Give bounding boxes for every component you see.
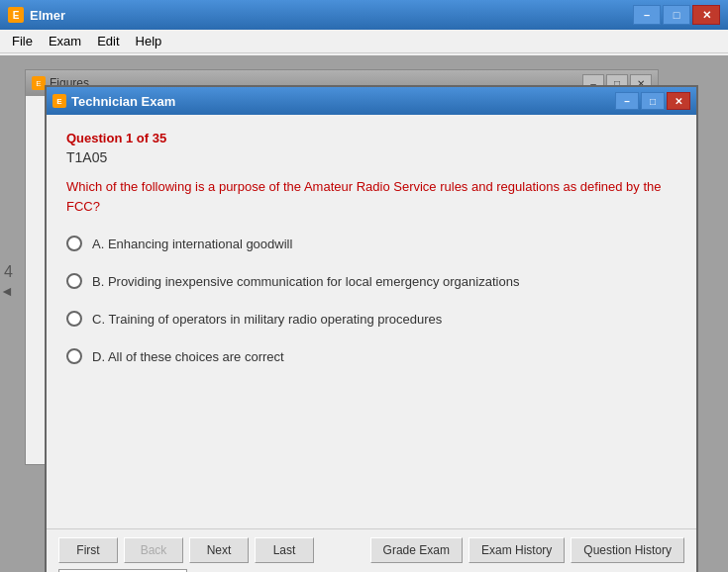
maximize-button[interactable]: □ (663, 5, 690, 25)
side-arrow: ◄ (0, 283, 14, 299)
radio-b[interactable] (66, 273, 82, 289)
main-window-controls: – □ ✕ (633, 5, 720, 25)
radio-c[interactable] (66, 311, 82, 327)
next-button[interactable]: Next (189, 537, 249, 563)
radio-d[interactable] (66, 348, 82, 364)
menu-edit[interactable]: Edit (89, 32, 127, 50)
main-app-icon: E (8, 7, 24, 23)
main-window-title: Elmer (30, 8, 633, 23)
minimize-button[interactable]: – (633, 5, 661, 25)
question-id: T1A05 (66, 149, 676, 165)
side-number: 4 (4, 263, 13, 281)
exam-minimize[interactable]: – (615, 92, 639, 110)
answer-text-c: C. Training of operators in military rad… (92, 312, 442, 327)
main-title-bar: E Elmer – □ ✕ (0, 0, 728, 30)
exam-controls: – □ ✕ (615, 92, 690, 110)
close-button[interactable]: ✕ (692, 5, 720, 25)
back-button[interactable]: Back (124, 537, 183, 563)
last-button[interactable]: Last (255, 537, 314, 563)
main-window: E Elmer – □ ✕ File Exam Edit Help E Choo… (0, 0, 728, 572)
answer-option-c[interactable]: C. Training of operators in military rad… (66, 311, 676, 327)
exam-window: E Technician Exam – □ ✕ Question 1 of 35… (45, 85, 698, 572)
exam-title-bar: E Technician Exam – □ ✕ (47, 87, 696, 115)
menu-bar: File Exam Edit Help (0, 30, 728, 53)
menu-exam[interactable]: Exam (41, 32, 89, 50)
exam-icon: E (52, 94, 66, 108)
menu-file[interactable]: File (4, 32, 41, 50)
exam-restore[interactable]: □ (641, 92, 665, 110)
navigation-row: First Back Next Last Grade Exam Exam His… (58, 537, 684, 563)
answer-text-a: A. Enhancing international goodwill (92, 237, 292, 251)
answer-text-d: D. All of these choices are correct (92, 349, 284, 364)
first-button[interactable]: First (58, 537, 118, 563)
answer-option-b[interactable]: B. Providing inexpensive communication f… (66, 273, 676, 289)
answer-option-d[interactable]: D. All of these choices are correct (66, 348, 676, 364)
exam-history-button[interactable]: Exam History (468, 537, 565, 563)
menu-help[interactable]: Help (128, 32, 170, 50)
exam-close[interactable]: ✕ (667, 92, 690, 110)
answer-option-a[interactable]: A. Enhancing international goodwill (66, 236, 676, 251)
question-text: Which of the following is a purpose of t… (66, 177, 676, 216)
background-area: 4 ◄ E Figures – □ ✕ E Technician Exam – (0, 55, 728, 572)
exam-body: Question 1 of 35 T1A05 Which of the foll… (47, 115, 696, 402)
bottom-bar: First Back Next Last Grade Exam Exam His… (47, 528, 696, 572)
grade-exam-button[interactable]: Grade Exam (370, 537, 463, 563)
question-history-button[interactable]: Question History (571, 537, 684, 563)
radio-a[interactable] (66, 236, 82, 251)
answer-text-b: B. Providing inexpensive communication f… (92, 274, 519, 289)
exam-title: Technician Exam (71, 94, 175, 109)
figures-icon: E (32, 76, 46, 90)
question-number: Question 1 of 35 (66, 131, 676, 145)
